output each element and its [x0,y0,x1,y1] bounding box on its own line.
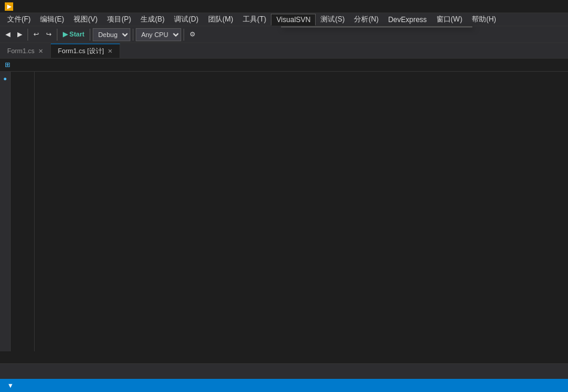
menu-item-build[interactable]: 生成(B) [136,13,169,26]
menu-item-project[interactable]: 项目(P) [102,13,136,26]
sidebar-icon-1: ● [1,74,10,82]
tab-form1designer-label: Form1.cs [设计] [58,47,104,56]
menu-item-visualsvn[interactable]: VisualSVN [271,14,316,26]
output-content [0,351,568,363]
menu-item-file[interactable]: 文件(F) [2,13,35,26]
toolbar-ext[interactable]: ⚙ [187,28,199,41]
status-zoom: ▼ [5,382,14,389]
toolbar-separator-1 [28,29,28,41]
breadcrumb: ⊞ [0,59,568,72]
tab-form1cs[interactable]: Form1.cs ✕ [0,44,51,58]
code-content[interactable] [35,72,568,376]
toolbar-separator-4 [133,29,133,41]
toolbar-undo[interactable]: ↩ [30,28,42,41]
editor-area: ● [0,72,568,376]
toolbar-forward[interactable]: ▶ [14,28,25,41]
breadcrumb-icon: ⊞ [5,61,10,69]
menu-item-analyze[interactable]: 分析(N) [349,13,383,26]
menu-bar: 文件(F)编辑(E)视图(V)项目(P)生成(B)调试(D)团队(M)工具(T)… [0,13,568,26]
code-editor[interactable] [11,72,568,376]
menu-item-tools[interactable]: 工具(T) [238,13,271,26]
toolbar: ◀ ▶ ↩ ↪ ▶ Start Debug Any CPU ⚙ [0,26,568,43]
tab-form1designer[interactable]: Form1.cs [设计] ✕ [51,44,120,58]
toolbar-separator-5 [184,29,184,41]
menu-item-team[interactable]: 团队(M) [203,13,238,26]
toolbar-redo[interactable]: ↪ [43,28,54,41]
output-bar [0,363,568,379]
menu-item-edit[interactable]: 编辑(E) [35,13,69,26]
debug-config-select[interactable]: Debug [93,28,130,41]
tab-form1cs-label: Form1.cs [7,47,35,54]
menu-item-help[interactable]: 帮助(H) [467,13,501,26]
tab-bar: Form1.cs ✕ Form1.cs [设计] ✕ [0,43,568,59]
menu-item-devexpress[interactable]: DevExpress [383,14,432,25]
toolbar-separator-3 [90,29,90,41]
toolbar-back[interactable]: ◀ [2,28,13,41]
zoom-arrow: ▼ [7,382,14,389]
dropdown-menu [281,26,472,27]
app-icon: ▶ [5,2,13,11]
platform-select[interactable]: Any CPU [136,28,181,41]
status-bar: ▼ [0,379,568,392]
menu-item-test[interactable]: 测试(S) [316,13,349,26]
toolbar-start-debug[interactable]: ▶ Start [60,28,87,41]
tab-form1cs-close[interactable]: ✕ [38,48,43,54]
menu-item-debug[interactable]: 调试(D) [169,13,203,26]
title-bar: ▶ [0,0,568,13]
menu-item-window[interactable]: 窗口(W) [432,13,467,26]
left-sidebar: ● [0,72,11,376]
line-numbers [11,72,35,376]
menu-item-view[interactable]: 视图(V) [69,13,102,26]
tab-form1designer-close[interactable]: ✕ [108,48,112,54]
toolbar-separator-2 [57,29,57,41]
